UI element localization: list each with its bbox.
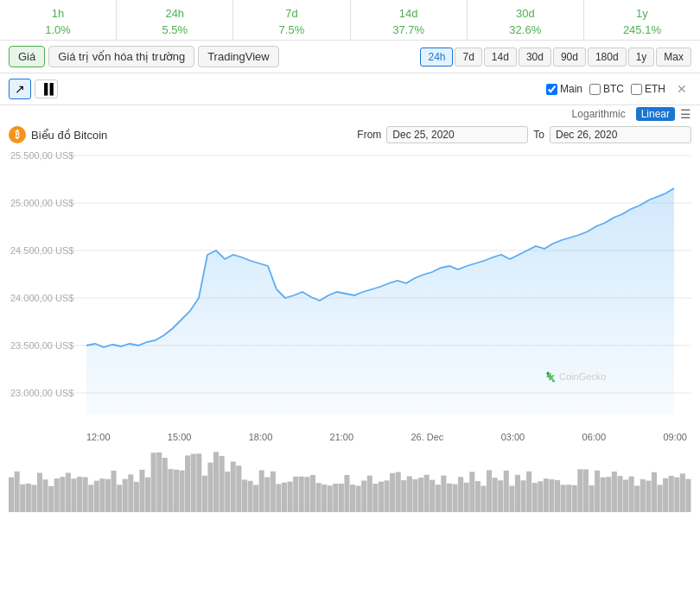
svg-rect-74 <box>356 485 361 512</box>
svg-rect-72 <box>344 475 349 512</box>
svg-rect-27 <box>88 484 93 512</box>
tab-tradingview[interactable]: TradingView <box>198 46 279 67</box>
svg-rect-46 <box>196 453 201 512</box>
date-to-input[interactable] <box>550 126 691 143</box>
svg-rect-21 <box>54 478 60 512</box>
checkbox-main-input[interactable] <box>546 84 557 95</box>
period-14d-value: 37.7% <box>354 23 463 36</box>
svg-rect-116 <box>595 471 600 512</box>
period-header: 1h 1.0% 24h 5.5% 7d 7.5% 14d 37.7% 30d 3… <box>0 0 700 41</box>
svg-rect-86 <box>424 475 430 512</box>
svg-rect-118 <box>606 477 611 512</box>
svg-rect-34 <box>128 474 133 512</box>
svg-rect-81 <box>396 472 401 512</box>
checkbox-btc[interactable]: BTC <box>589 83 624 95</box>
svg-rect-67 <box>316 483 321 512</box>
svg-rect-30 <box>105 479 111 512</box>
svg-rect-49 <box>213 452 219 512</box>
svg-rect-89 <box>441 476 446 512</box>
x-label-26dec: 26. Dec <box>410 432 443 442</box>
from-label: From <box>357 129 381 141</box>
x-label-1200: 12:00 <box>86 432 111 442</box>
checkbox-eth-input[interactable] <box>631 84 642 95</box>
svg-rect-79 <box>385 480 390 512</box>
time-range-buttons: 24h 7d 14d 30d 90d 180d 1y Max <box>420 48 691 66</box>
period-24h[interactable]: 24h 5.5% <box>117 0 233 40</box>
logarithmic-btn[interactable]: Logarithmic <box>567 107 631 121</box>
svg-rect-42 <box>174 470 179 512</box>
svg-text:25.500,00 US$: 25.500,00 US$ <box>10 150 73 161</box>
period-1y-value: 245.1% <box>588 23 697 36</box>
svg-rect-56 <box>253 484 258 512</box>
svg-rect-48 <box>207 463 213 512</box>
linear-btn[interactable]: Linear <box>636 107 675 121</box>
tr-max[interactable]: Max <box>656 48 691 66</box>
x-axis: 12:00 15:00 18:00 21:00 26. Dec 03:00 06… <box>0 432 700 446</box>
menu-icon[interactable]: ☰ <box>680 107 691 121</box>
bar-chart-button[interactable]: ▐▐ <box>35 79 58 98</box>
svg-rect-121 <box>623 479 628 512</box>
tr-14d[interactable]: 14d <box>484 48 517 66</box>
svg-rect-119 <box>612 472 617 512</box>
svg-rect-61 <box>282 483 287 512</box>
svg-rect-128 <box>663 478 668 512</box>
period-30d[interactable]: 30d 32.6% <box>468 0 584 40</box>
svg-rect-31 <box>111 471 117 512</box>
period-30d-label: 30d <box>471 7 580 20</box>
svg-rect-59 <box>270 472 276 512</box>
svg-rect-60 <box>276 484 281 512</box>
svg-rect-36 <box>139 470 144 512</box>
svg-rect-14 <box>15 472 20 512</box>
svg-rect-73 <box>350 484 355 512</box>
svg-rect-44 <box>185 455 190 512</box>
svg-rect-32 <box>117 484 122 512</box>
x-label-1500: 15:00 <box>168 432 192 442</box>
period-1h[interactable]: 1h 1.0% <box>0 0 117 40</box>
tr-180d[interactable]: 180d <box>588 48 627 66</box>
tab-gia[interactable]: Giá <box>9 46 45 67</box>
svg-text:24.500,00 US$: 24.500,00 US$ <box>10 245 73 256</box>
svg-rect-35 <box>134 482 139 512</box>
period-7d[interactable]: 7d 7.5% <box>233 0 350 40</box>
svg-rect-107 <box>544 478 549 512</box>
svg-text:23.000,00 US$: 23.000,00 US$ <box>10 388 73 398</box>
svg-rect-129 <box>669 476 674 512</box>
svg-rect-124 <box>640 479 646 512</box>
svg-rect-95 <box>475 481 480 512</box>
svg-rect-50 <box>220 456 225 512</box>
svg-rect-76 <box>367 476 372 512</box>
checkbox-eth[interactable]: ETH <box>631 83 665 95</box>
period-1y-label: 1y <box>588 7 697 20</box>
close-button[interactable]: ✕ <box>672 80 691 98</box>
to-label: To <box>533 129 544 141</box>
tr-90d[interactable]: 90d <box>553 48 586 66</box>
period-7d-value: 7.5% <box>237 23 346 36</box>
svg-rect-96 <box>480 485 486 512</box>
svg-text:23.500,00 US$: 23.500,00 US$ <box>10 340 73 351</box>
tr-7d[interactable]: 7d <box>455 48 481 66</box>
tab-market-cap[interactable]: Giá trị vốn hóa thị trường <box>48 46 194 67</box>
tr-1y[interactable]: 1y <box>628 48 655 66</box>
svg-rect-83 <box>407 476 412 512</box>
period-24h-value: 5.5% <box>120 23 229 36</box>
svg-rect-97 <box>487 470 492 512</box>
period-1y[interactable]: 1y 245.1% <box>584 0 700 40</box>
line-chart-button[interactable]: ↗ <box>9 79 31 99</box>
svg-rect-52 <box>231 462 236 512</box>
period-1h-value: 1.0% <box>3 23 112 36</box>
date-from-input[interactable] <box>386 126 528 143</box>
svg-rect-45 <box>191 454 196 512</box>
period-14d[interactable]: 14d 37.7% <box>351 0 468 40</box>
tr-30d[interactable]: 30d <box>519 48 551 66</box>
svg-rect-84 <box>412 479 417 512</box>
svg-rect-18 <box>37 473 42 512</box>
checkbox-btc-input[interactable] <box>589 84 601 95</box>
svg-rect-82 <box>401 480 406 512</box>
svg-rect-117 <box>601 478 606 512</box>
tr-24h[interactable]: 24h <box>420 48 453 66</box>
svg-rect-29 <box>99 478 105 512</box>
svg-rect-94 <box>469 472 474 512</box>
checkbox-main[interactable]: Main <box>546 83 582 95</box>
svg-rect-127 <box>658 484 663 512</box>
period-1h-label: 1h <box>3 7 112 20</box>
